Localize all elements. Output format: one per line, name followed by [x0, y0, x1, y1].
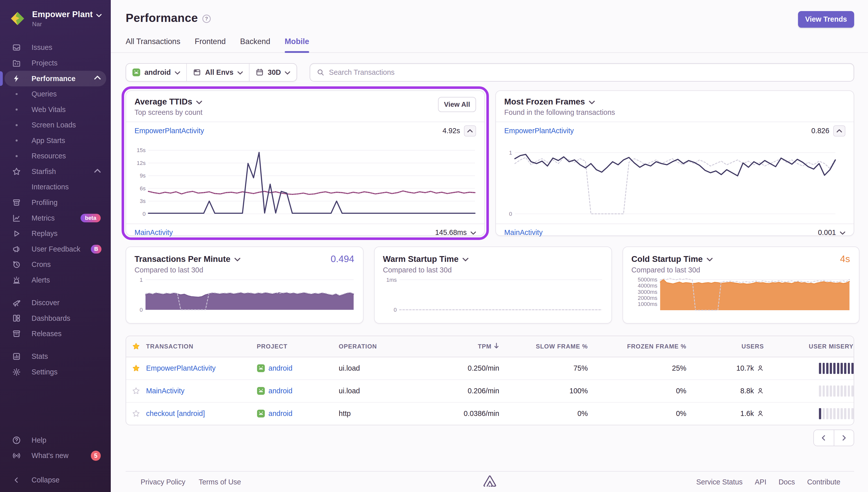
sidebar-item-alerts[interactable]: Alerts [4, 272, 106, 288]
sidebar-item-label: Screen Loads [31, 121, 101, 129]
star-toggle[interactable] [126, 357, 146, 379]
table-row-empowerplantactivity: EmpowerPlantActivityandroidui.load0.250/… [126, 357, 854, 380]
star-toggle[interactable] [126, 402, 146, 425]
sidebar-item-interactions[interactable]: Interactions [4, 179, 106, 195]
svg-text:0: 0 [509, 211, 512, 217]
tab-all-transactions[interactable]: All Transactions [126, 37, 180, 52]
widget-title[interactable]: Transactions Per Minute [134, 254, 355, 264]
widget-title[interactable]: Cold Startup Time [631, 254, 851, 264]
transaction-link[interactable]: checkout [android] [146, 410, 205, 418]
widget-subtitle: Compared to last 30d [134, 266, 355, 274]
sidebar-item-label: Profiling [31, 198, 101, 207]
project-filter[interactable]: android [126, 64, 186, 81]
page-title: Performance [126, 11, 198, 25]
transaction-link[interactable]: MainActivity [146, 387, 184, 395]
transaction-link-empowerplantactivity[interactable]: EmpowerPlantActivity [134, 127, 204, 135]
sentry-logo-icon[interactable] [483, 474, 497, 490]
transaction-link[interactable]: EmpowerPlantActivity [146, 364, 215, 372]
column-header-user-misery[interactable]: USER MISERY [764, 343, 853, 350]
footer-link-docs[interactable]: Docs [778, 478, 795, 486]
widget-title[interactable]: Average TTIDs [134, 97, 202, 106]
transaction-link-mainactivity[interactable]: MainActivity [504, 228, 542, 237]
collapse-row-button[interactable] [464, 125, 476, 137]
footer-link-privacy-policy[interactable]: Privacy Policy [141, 478, 185, 486]
table-row-mainactivity: MainActivityandroidui.load0.206/min100%0… [126, 380, 854, 402]
transaction-link-mainactivity[interactable]: MainActivity [134, 228, 173, 237]
expand-row-button[interactable] [840, 228, 845, 237]
date-range-filter[interactable]: 30D [249, 64, 297, 81]
expand-row-button[interactable] [470, 228, 476, 237]
sort-desc-icon [491, 343, 499, 350]
tpm-chart[interactable]: 01 [134, 275, 355, 317]
sidebar-item-starfish[interactable]: Starfish [4, 164, 106, 179]
column-header-slow-frame[interactable]: SLOW FRAME % [499, 343, 588, 350]
sidebar-item-web-vitals[interactable]: Web Vitals [4, 102, 106, 117]
column-header-star[interactable] [126, 342, 146, 350]
column-header-project[interactable]: PROJECT [257, 343, 339, 350]
sidebar-item-user-feedback[interactable]: User FeedbackB [4, 241, 106, 257]
column-header-transaction[interactable]: TRANSACTION [146, 343, 257, 350]
sidebar-item-releases[interactable]: Releases [4, 326, 106, 342]
average-ttids-chart[interactable]: 03s6s9s12s15s [126, 140, 484, 224]
sidebar-item-crons[interactable]: Crons [4, 257, 106, 272]
sidebar-item-queries[interactable]: Queries [4, 87, 106, 102]
project-link[interactable]: android [269, 387, 292, 395]
project-link[interactable]: android [269, 364, 292, 372]
svg-text:1: 1 [140, 277, 143, 283]
sidebar-item-issues[interactable]: Issues [4, 40, 106, 55]
sidebar-item-collapse[interactable]: Collapse [4, 472, 106, 488]
sidebar-item-profiling[interactable]: Profiling [4, 195, 106, 211]
column-header-tpm[interactable]: TPM [433, 343, 499, 350]
sidebar-item-performance[interactable]: Performance [4, 71, 106, 87]
most-frozen-frames-chart[interactable]: 01 [496, 140, 854, 224]
filter-bar: android All Envs 30D [126, 63, 854, 81]
sidebar-item-projects[interactable]: Projects [4, 55, 106, 71]
megaphone-icon [12, 245, 21, 253]
sidebar-item-resources[interactable]: Resources [4, 148, 106, 164]
sidebar-item-replays[interactable]: Replays [4, 226, 106, 242]
sidebar-item-screen-loads[interactable]: Screen Loads [4, 117, 106, 133]
transaction-value: 4.92s [442, 127, 460, 135]
warm-startup-chart[interactable]: 01ms [383, 275, 603, 317]
sidebar-item-label: User Feedback [31, 245, 80, 253]
view-all-button[interactable]: View All [438, 97, 476, 112]
sidebar-item-app-starts[interactable]: App Starts [4, 133, 106, 149]
sidebar: Empower Plant Nar IssuesProjectsPerforma… [0, 0, 111, 492]
column-header-frozen-frame[interactable]: FROZEN FRAME % [588, 343, 686, 350]
previous-page-button[interactable] [814, 430, 834, 446]
tpm-value: 0.494 [331, 253, 354, 264]
tab-mobile[interactable]: Mobile [285, 37, 309, 52]
column-header-operation[interactable]: OPERATION [339, 343, 433, 350]
sidebar-item-dashboards[interactable]: Dashboards [4, 311, 106, 326]
sidebar-item-stats[interactable]: Stats [4, 349, 106, 364]
footer-link-terms-of-use[interactable]: Terms of Use [199, 478, 241, 486]
widget-title[interactable]: Warm Startup Time [383, 254, 603, 264]
view-trends-button[interactable]: View Trends [798, 11, 854, 28]
cold-startup-chart[interactable]: 1000ms2000ms3000ms4000ms5000ms [631, 274, 851, 320]
help-icon[interactable]: ? [202, 15, 211, 23]
environment-filter[interactable]: All Envs [186, 64, 249, 81]
footer-link-service-status[interactable]: Service Status [696, 478, 743, 486]
tab-backend[interactable]: Backend [240, 37, 271, 52]
org-switcher[interactable]: Empower Plant Nar [0, 0, 111, 35]
tab-frontend[interactable]: Frontend [195, 37, 226, 52]
widget-title[interactable]: Most Frozen Frames [504, 97, 615, 106]
footer-link-contribute[interactable]: Contribute [807, 478, 840, 486]
next-page-button[interactable] [834, 430, 854, 446]
calendar-icon [256, 68, 264, 77]
sidebar-item-what-s-new[interactable]: What's new5 [4, 448, 106, 464]
transaction-link-empowerplantactivity[interactable]: EmpowerPlantActivity [504, 127, 574, 135]
collapse-row-button[interactable] [833, 125, 845, 137]
sidebar-item-discover[interactable]: Discover [4, 295, 106, 311]
search-transactions-input[interactable] [329, 68, 847, 77]
svg-text:0: 0 [394, 307, 397, 313]
sidebar-item-settings[interactable]: Settings [4, 364, 106, 380]
column-header-users[interactable]: USERS [687, 343, 764, 350]
sidebar-item-metrics[interactable]: Metricsbeta [4, 210, 106, 226]
footer-link-api[interactable]: API [755, 478, 766, 486]
user-icon [757, 365, 764, 372]
bullet-icon [12, 155, 21, 157]
star-toggle[interactable] [126, 380, 146, 402]
project-link[interactable]: android [269, 410, 292, 418]
sidebar-item-help[interactable]: Help [4, 432, 106, 448]
